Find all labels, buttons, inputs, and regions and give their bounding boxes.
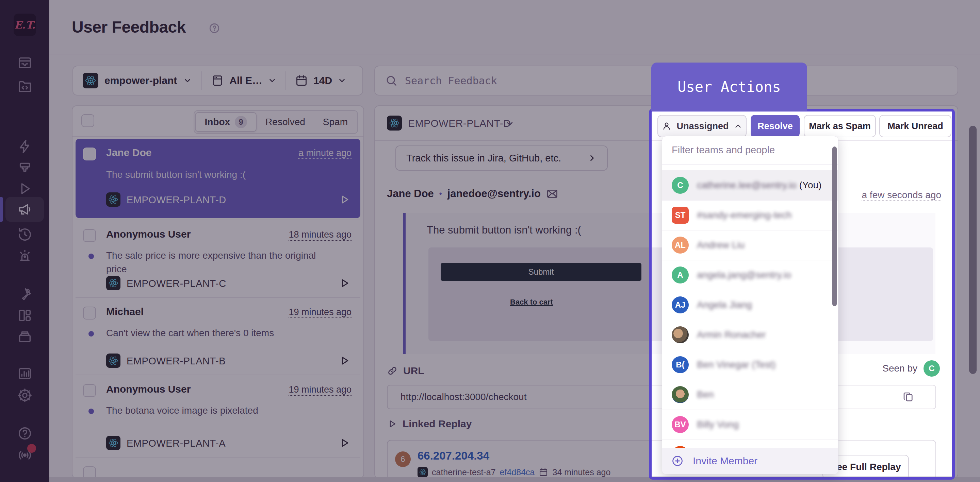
avatar: B(: [672, 356, 689, 373]
assignee-option[interactable]: ST #sandy-emerging-tech: [662, 200, 838, 230]
avatar: C: [672, 177, 689, 194]
assignee-you-suffix: (You): [799, 180, 822, 191]
assignee-name: Andrew Liu: [697, 239, 745, 251]
plus-circle-icon: [671, 455, 684, 468]
avatar: ST: [672, 207, 689, 224]
assignee-filter-input[interactable]: Filter teams and people: [662, 136, 838, 165]
app-root: E.T.: [0, 0, 980, 482]
avatar-photo: [672, 386, 689, 403]
avatar: AJ: [672, 296, 689, 313]
dim-overlay: [0, 0, 980, 111]
tour-tab-label: User Actions: [678, 79, 781, 95]
invite-member-button[interactable]: Invite Member: [662, 448, 838, 474]
avatar-photo: [672, 326, 689, 343]
assignee-name: angela.jang@sentry.io: [697, 270, 791, 281]
assignee-name: Armin Ronacher: [697, 329, 765, 340]
assignee-option[interactable]: B( Ben Vinegar (Test): [662, 350, 838, 380]
assignee-option[interactable]: Armin Ronacher: [662, 320, 838, 350]
assignee-option[interactable]: C catherine.lee@sentry.io (You): [662, 170, 838, 201]
assignee-name: Ben Vinegar (Test): [697, 359, 775, 370]
assignee-filter-placeholder: Filter teams and people: [672, 144, 775, 155]
assignee-dropdown: Filter teams and people C catherine.lee@…: [662, 136, 838, 474]
assignee-name: Billy Vong: [697, 419, 739, 430]
avatar: BV: [672, 416, 689, 433]
assignee-option[interactable]: BV Billy Vong: [662, 410, 838, 440]
dropdown-scrollbar[interactable]: [832, 146, 837, 306]
dim-overlay: [952, 111, 980, 477]
assignee-option[interactable]: AJ Angela Jiang: [662, 290, 838, 320]
assignee-name: catherine.lee@sentry.io: [697, 180, 797, 191]
dim-overlay: [0, 111, 651, 477]
assignee-name: Ben: [697, 389, 714, 400]
tour-tab: User Actions: [651, 63, 807, 111]
assignee-option[interactable]: Ben: [662, 380, 838, 410]
assignee-name: Angela Jiang: [697, 300, 752, 310]
assignee-option[interactable]: AL Andrew Liu: [662, 230, 838, 260]
avatar: A: [672, 266, 689, 284]
avatar: AL: [672, 236, 689, 254]
invite-member-label: Invite Member: [693, 455, 757, 467]
assignee-name: #sandy-emerging-tech: [697, 210, 792, 220]
assignee-option[interactable]: A angela.jang@sentry.io: [662, 260, 838, 290]
